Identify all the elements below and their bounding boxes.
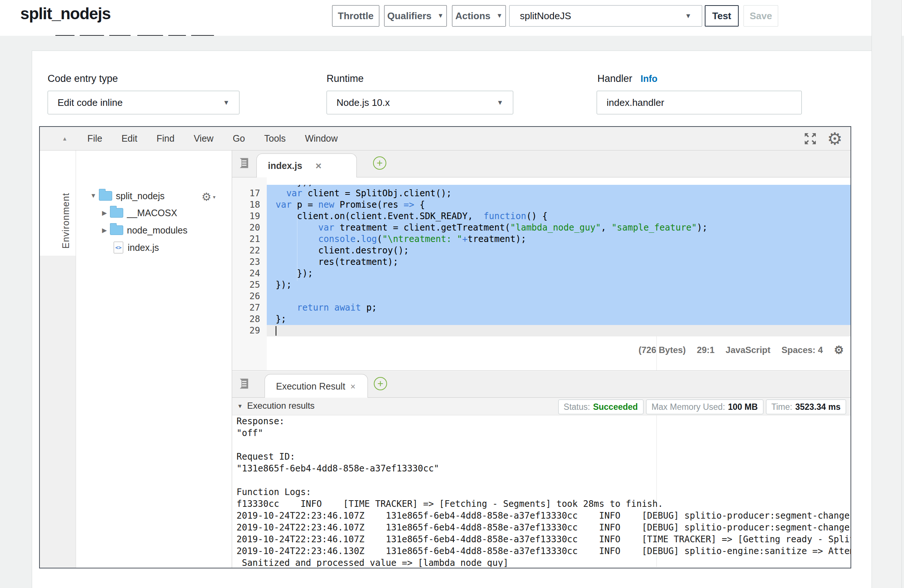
tree-item-node-modules[interactable]: ▶node_modules	[76, 222, 232, 239]
pane-menu-icon[interactable]	[237, 377, 250, 390]
tree-item-label: __MACOSX	[127, 208, 177, 218]
code-line: return await p;	[276, 302, 377, 313]
code-line: res(treatment);	[276, 256, 398, 268]
runtime-value: Node.js 10.x	[337, 97, 390, 109]
pill-label: Time:	[771, 402, 793, 412]
line-number: 17	[234, 188, 260, 199]
actions-button-label: Actions	[455, 10, 490, 22]
indentation-status[interactable]: Spaces: 4	[781, 345, 823, 355]
menu-item-find[interactable]: Find	[147, 133, 184, 144]
caret-down-icon: ▼	[237, 403, 243, 409]
log-line: Response:	[237, 416, 284, 427]
line-number: 27	[234, 302, 260, 313]
menu-item-view[interactable]: View	[184, 133, 223, 144]
code-line: console.log("\ntreatment: "+treatment);	[276, 234, 526, 245]
handler-info-link[interactable]: Info	[640, 73, 657, 84]
pane-menu-icon[interactable]	[237, 156, 250, 170]
line-number: 19	[234, 211, 260, 222]
fullscreen-icon[interactable]	[803, 131, 818, 146]
runtime-label: Runtime	[327, 73, 364, 84]
log-line: 2019-10-24T22:23:46.107Z 131e865f-6eb4-4…	[237, 533, 850, 545]
tree-item-root[interactable]: ▼ split_nodejs ⚙▾	[76, 187, 232, 204]
tab-execution-result[interactable]: Execution Result ×	[265, 374, 368, 398]
line-number: 24	[234, 268, 260, 279]
ide-settings-gear-icon[interactable]: ⚙	[827, 129, 842, 149]
code-entry-type-label: Code entry type	[47, 73, 118, 84]
close-icon[interactable]: ×	[316, 160, 321, 172]
tab-index-js-label: index.js	[268, 160, 302, 171]
folder-icon	[110, 208, 123, 218]
language-mode-status[interactable]: JavaScript	[726, 345, 770, 355]
test-button[interactable]: Test	[705, 5, 739, 27]
status-pill-time-: Time:3523.34 ms	[766, 400, 846, 414]
execution-results-toggle[interactable]: ▼ Execution results	[237, 401, 315, 411]
code-entry-type-value: Edit code inline	[58, 97, 123, 109]
handler-input[interactable]	[597, 91, 802, 114]
tree-settings-gear-icon[interactable]: ⚙▾	[201, 190, 215, 203]
editor-tab-row: index.js × +	[232, 150, 850, 177]
actions-button[interactable]: Actions ▼	[452, 5, 506, 27]
qualifiers-button[interactable]: Qualifiers ▼	[384, 5, 447, 27]
caret-right-icon[interactable]: ▶	[100, 226, 109, 234]
menu-item-edit[interactable]: Edit	[112, 133, 147, 144]
results-tab-row: Execution Result × +	[232, 371, 850, 398]
log-line: 2019-10-24T22:23:46.130Z 131e865f-6eb4-4…	[237, 545, 850, 557]
environment-tab[interactable]: Environment	[60, 156, 71, 249]
tab-index-js[interactable]: index.js ×	[256, 153, 357, 178]
status-pill-status-: Status:Succeeded	[558, 400, 643, 414]
code-editor[interactable]: 17181920212223242526272829 }); var clien…	[232, 177, 850, 371]
tree-item-index-js[interactable]: <>index.js	[76, 239, 232, 256]
tree-item--macosx[interactable]: ▶__MACOSX	[76, 204, 232, 221]
close-icon[interactable]: ×	[351, 381, 356, 392]
line-number: 20	[234, 222, 260, 234]
test-event-select[interactable]: splitNodeJS ▼	[509, 5, 702, 27]
qualifiers-button-label: Qualifiers	[387, 10, 432, 22]
throttle-button[interactable]: Throttle	[332, 5, 379, 27]
test-event-selected-value: splitNodeJS	[520, 10, 571, 22]
cursor-position-status[interactable]: 29:1	[697, 345, 715, 355]
code-entry-type-select[interactable]: Edit code inline ▼	[47, 91, 239, 114]
collapse-panel-icon[interactable]: ▲	[62, 135, 68, 142]
code-line: });	[276, 268, 313, 279]
tree-root-label: split_nodejs	[116, 191, 164, 201]
execution-results-title: Execution results	[247, 401, 315, 411]
code-line: var treatment = client.getTreatment("lam…	[276, 222, 707, 234]
menu-item-window[interactable]: Window	[295, 133, 347, 144]
code-line: var client = SplitObj.client();	[276, 188, 452, 199]
function-name-title: split_nodejs	[20, 5, 111, 23]
execution-results-header: ▼ Execution results Status:SucceededMax …	[232, 398, 850, 416]
clipped-text-sliver	[55, 32, 262, 36]
log-line: Request ID:	[237, 451, 295, 463]
status-bar-gear-icon[interactable]: ⚙	[834, 343, 844, 356]
log-line: 2019-10-24T22:23:46.107Z 131e865f-6eb4-4…	[237, 522, 850, 533]
ide-menu: FileEditFindViewGoToolsWindow	[78, 133, 347, 144]
new-tab-button[interactable]: +	[373, 156, 386, 170]
page-header: split_nodejs Throttle Qualifiers ▼ Actio…	[0, 0, 904, 36]
page-scrollbar[interactable]	[872, 0, 902, 588]
chevron-down-icon: ▼	[223, 99, 229, 107]
menu-item-go[interactable]: Go	[223, 133, 254, 144]
editor-status-bar: (726 Bytes) 29:1 JavaScript Spaces: 4 ⚙	[639, 343, 844, 356]
menu-item-tools[interactable]: Tools	[254, 133, 295, 144]
chevron-down-icon: ▼	[496, 12, 503, 19]
pill-value: 3523.34 ms	[795, 402, 841, 412]
tree-item-label: node_modules	[127, 225, 187, 236]
new-tab-button[interactable]: +	[374, 377, 387, 390]
pill-label: Max Memory Used:	[652, 402, 725, 412]
active-line-highlight	[232, 325, 850, 337]
execution-status-pills: Status:SucceededMax Memory Used:100 MBTi…	[558, 400, 846, 414]
line-number: 23	[234, 256, 260, 268]
status-pill-max-memory-used-: Max Memory Used:100 MB	[646, 400, 763, 414]
caret-down-icon[interactable]: ▼	[89, 192, 97, 199]
pill-value: 100 MB	[728, 402, 758, 412]
chevron-down-icon: ▼	[685, 12, 691, 20]
save-button-disabled[interactable]: Save	[743, 5, 778, 27]
runtime-select[interactable]: Node.js 10.x ▼	[327, 91, 513, 114]
folder-icon	[110, 225, 123, 235]
lambda-console-page: split_nodejs Throttle Qualifiers ▼ Actio…	[0, 0, 904, 588]
menu-item-file[interactable]: File	[78, 133, 112, 144]
execution-results-output[interactable]: Response:"off"Request ID:"131e865f-6eb4-…	[232, 416, 850, 567]
code-line: client.destroy();	[276, 245, 409, 256]
caret-right-icon[interactable]: ▶	[100, 209, 109, 217]
code-line: };	[276, 313, 286, 325]
